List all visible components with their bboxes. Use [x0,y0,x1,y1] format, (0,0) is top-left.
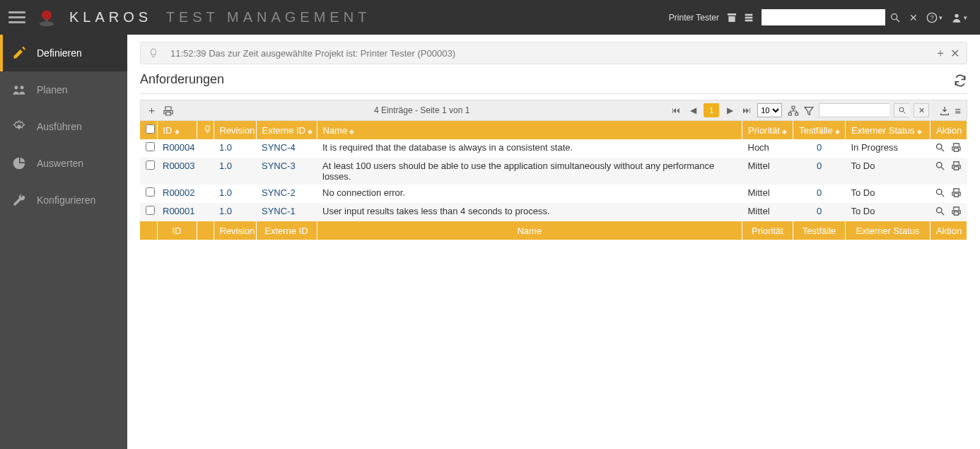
row-checkbox[interactable] [146,206,155,215]
last-page-icon[interactable]: ⏭ [740,105,753,115]
row-name: User input results takes less than 4 sec… [317,203,742,221]
svg-rect-2 [45,18,48,23]
page-info: 4 Einträge - Seite 1 von 1 [180,105,664,115]
row-testcases-link[interactable]: 0 [817,187,822,198]
row-ext-link[interactable]: SYNC-1 [262,206,296,216]
col-aktion: Aktion [931,121,967,139]
col-status[interactable]: Externer Status◆ [846,121,931,139]
col-prioritaet[interactable]: Priorität◆ [742,121,793,139]
row-print-icon[interactable] [951,161,962,173]
table-search-button[interactable] [894,103,909,117]
row-ext-link[interactable]: SYNC-3 [262,161,296,171]
prev-page-icon[interactable]: ◀ [687,105,699,115]
col-bulb[interactable] [197,121,214,139]
svg-rect-5 [745,20,753,22]
app-title-main: KLAROS [69,9,152,25]
sidebar-item-ausfuehren[interactable]: Ausführen [0,108,127,145]
pager: ⏮ ◀ 1 ▶ ⏭ 10 [670,103,782,117]
row-id-link[interactable]: R00001 [163,206,195,216]
row-view-icon[interactable] [935,187,945,200]
sidebar-item-label: Auswerten [37,158,83,169]
first-page-icon[interactable]: ⏮ [670,105,682,115]
row-print-icon[interactable] [951,187,962,200]
notification-close-icon[interactable]: ✕ [950,47,959,60]
col-testfaelle[interactable]: Testfälle◆ [793,121,846,139]
global-search-input[interactable] [762,9,885,25]
next-page-icon[interactable]: ▶ [723,105,736,115]
row-testcases-link[interactable]: 0 [817,161,822,171]
svg-line-24 [941,194,944,197]
row-testcases-link[interactable]: 0 [817,206,822,216]
row-print-icon[interactable] [951,206,962,218]
notification-add-icon[interactable]: ＋ [935,46,946,61]
clear-search-button[interactable]: ✕ [905,12,922,23]
print-icon[interactable] [163,104,174,117]
search-button[interactable] [885,12,905,23]
row-view-icon[interactable] [935,142,945,155]
row-rev-link[interactable]: 1.0 [219,187,232,198]
menu-icon[interactable]: ≡ [955,105,961,117]
col-externe-id[interactable]: Externe ID◆ [256,121,317,139]
svg-line-18 [903,112,905,114]
user-menu[interactable]: ▾ [947,12,972,23]
row-print-icon[interactable] [951,142,962,155]
row-id-link[interactable]: R00002 [163,187,195,198]
svg-point-21 [936,163,942,168]
svg-line-7 [897,19,899,22]
filter-icon[interactable] [803,104,815,117]
help-menu[interactable]: ?▾ [922,12,947,23]
svg-point-19 [936,144,942,150]
evaluate-icon [11,156,27,171]
row-ext-link[interactable]: SYNC-2 [262,187,296,198]
sidebar: Definieren Planen Ausführen Auswerten Ko… [0,35,127,449]
svg-text:?: ? [930,14,933,21]
table-row: R000041.0SYNC-4It is required that the d… [140,139,967,158]
sidebar-item-label: Definieren [37,47,82,59]
export-icon[interactable] [939,104,950,117]
table-row: R000021.0SYNC-2No connection error.Mitte… [140,185,967,203]
sidebar-item-definieren[interactable]: Definieren [0,35,127,71]
stack-icon[interactable] [743,11,754,23]
row-rev-link[interactable]: 1.0 [219,142,232,153]
sidebar-item-planen[interactable]: Planen [0,71,127,108]
svg-rect-16 [795,113,798,115]
svg-point-11 [14,86,18,89]
row-priority: Hoch [742,139,793,158]
svg-rect-14 [792,106,795,108]
requirements-table: ID◆ Revision Externe ID◆ Name◆ Priorität… [140,121,967,240]
add-icon[interactable]: ＋ [146,104,157,117]
row-priority: Mittel [742,185,793,203]
row-id-link[interactable]: R00003 [163,161,195,171]
plan-icon [11,83,27,98]
row-ext-link[interactable]: SYNC-4 [262,142,296,153]
page-size-select[interactable]: 10 [757,103,782,117]
select-all-checkbox[interactable] [146,124,155,134]
col-checkbox[interactable] [140,121,157,139]
table-row: R000011.0SYNC-1User input results takes … [140,203,967,221]
table-search-clear[interactable]: ✕ [914,103,929,117]
archive-icon[interactable] [726,11,737,23]
row-testcases-link[interactable]: 0 [817,142,822,153]
row-rev-link[interactable]: 1.0 [219,161,232,171]
sidebar-item-auswerten[interactable]: Auswerten [0,145,127,182]
row-view-icon[interactable] [935,161,945,173]
hamburger-menu-icon[interactable] [8,8,25,26]
table-search-input[interactable] [819,103,889,117]
col-id[interactable]: ID◆ [157,121,197,139]
col-name[interactable]: Name◆ [317,121,742,139]
refresh-icon[interactable] [953,71,967,88]
row-view-icon[interactable] [935,206,945,218]
row-status: To Do [846,158,931,185]
col-revision[interactable]: Revision [214,121,256,139]
svg-line-20 [941,148,944,151]
sidebar-item-konfigurieren[interactable]: Konfigurieren [0,182,127,218]
row-checkbox[interactable] [146,161,155,170]
row-checkbox[interactable] [146,142,155,151]
tree-icon[interactable] [788,104,799,117]
row-id-link[interactable]: R00004 [163,142,195,153]
row-checkbox[interactable] [146,187,155,197]
define-icon [11,46,27,61]
svg-line-26 [941,212,944,215]
row-rev-link[interactable]: 1.0 [219,206,232,216]
row-status: To Do [846,185,931,203]
